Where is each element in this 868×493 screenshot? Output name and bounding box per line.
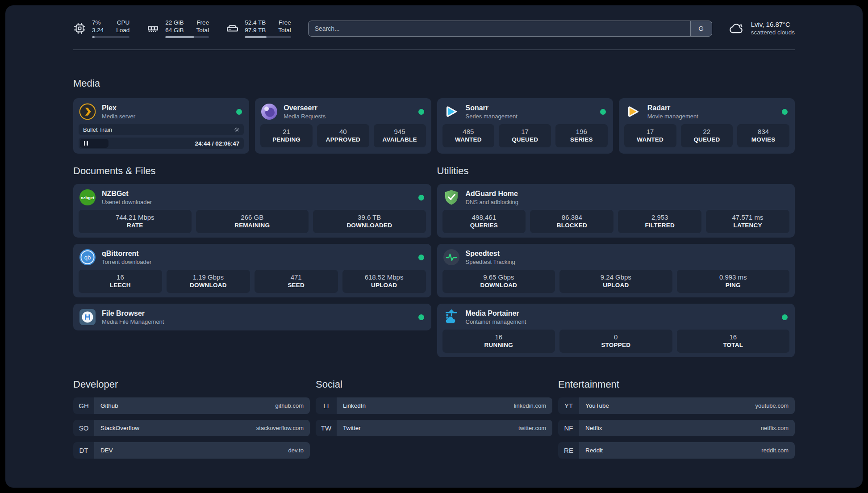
service-card-adguard[interactable]: AdGuard Home DNS and adblocking 498,461 …: [437, 184, 795, 238]
status-dot: [418, 195, 424, 201]
status-dot: [236, 109, 242, 115]
stat-running: 16 RUNNING: [442, 330, 555, 353]
stat-series: 196 SERIES: [555, 124, 608, 147]
memory-free-value: 22 GiB: [165, 19, 184, 26]
bookmark-abbr: GH: [73, 397, 94, 414]
stat-rate: 744.21 Mbps RATE: [79, 210, 192, 233]
memory-progress-fill: [165, 36, 194, 38]
stat-total: 16 TOTAL: [677, 330, 790, 353]
bookmark-name: Twitter: [343, 425, 361, 431]
stat-queries: 498,461 QUERIES: [442, 210, 526, 233]
service-subtitle: Media server: [102, 113, 135, 120]
svg-text:qb: qb: [84, 254, 91, 261]
cpu-usage-label: CPU: [116, 19, 129, 26]
cpu-icon: [73, 22, 86, 35]
weather-text: Lviv, 16.87°C scattered clouds: [751, 20, 795, 37]
service-subtitle: Media File Management: [102, 318, 164, 326]
bookmark-name: Netflix: [585, 425, 602, 431]
pause-button[interactable]: [80, 139, 108, 148]
memory-widget: 22 GiB 64 GiB Free Total: [146, 19, 209, 38]
status-dot: [418, 255, 424, 260]
bookmark-url: twitter.com: [518, 425, 546, 431]
service-title: Sonarr: [466, 104, 517, 113]
service-subtitle: Usenet downloader: [102, 198, 152, 206]
sonarr-icon: [442, 103, 460, 121]
bookmark-github[interactable]: GH Github github.com: [73, 397, 310, 414]
service-subtitle: Speedtest Tracking: [466, 258, 515, 266]
stat-ping: 0.993 ms PING: [677, 270, 790, 293]
service-title: Overseerr: [284, 104, 326, 113]
bookmark-name: DEV: [100, 447, 113, 454]
service-card-sonarr[interactable]: Sonarr Series management 485 WANTED 17 Q…: [437, 98, 613, 154]
service-title: File Browser: [102, 309, 164, 318]
cpu-progress-track: [92, 36, 129, 38]
service-card-radarr[interactable]: Radarr Movie management 17 WANTED 22 QUE…: [619, 98, 795, 154]
bookmark-group-social: Social LI LinkedIn linkedin.com TW Twitt…: [316, 379, 552, 436]
bookmark-url: stackoverflow.com: [256, 425, 304, 431]
service-subtitle: Media Requests: [284, 113, 326, 120]
bookmark-url: dev.to: [288, 447, 304, 454]
search-input[interactable]: [309, 25, 690, 32]
status-dot: [418, 314, 424, 320]
bookmark-reddit[interactable]: RE Reddit reddit.com: [558, 442, 795, 459]
bookmark-name: Reddit: [585, 447, 603, 454]
service-card-overseerr[interactable]: Overseerr Media Requests 21 PENDING 40 A…: [255, 98, 431, 154]
search-provider-button[interactable]: G: [690, 21, 712, 36]
service-subtitle: Container management: [466, 318, 526, 326]
service-card-speedtest[interactable]: Speedtest Speedtest Tracking 9.65 Gbps D…: [437, 244, 795, 297]
plex-now-playing: Bullet Train 24:44 / 02:06:47: [79, 124, 244, 149]
service-card-qbittorrent[interactable]: qb qBittorrent Torrent downloader 16 LEE…: [73, 244, 431, 297]
stat-download: 9.65 Gbps DOWNLOAD: [442, 270, 555, 293]
status-dot: [782, 314, 788, 320]
stat-download: 1.19 Gbps DOWNLOAD: [167, 270, 250, 293]
disk-progress-track: [245, 36, 291, 38]
bookmark-netflix[interactable]: NF Netflix netflix.com: [558, 420, 795, 436]
playback-time: 24:44 / 02:06:47: [195, 140, 239, 147]
overseerr-icon: [260, 103, 278, 121]
bookmark-abbr: DT: [73, 442, 94, 459]
media-cards: Plex Media server Bullet Train: [73, 98, 795, 154]
section-utilities: Utilities AdGuard Home DNS and adblockin…: [437, 165, 795, 357]
bookmark-group-developer: Developer GH Github github.com SO StackO…: [73, 379, 310, 459]
stat-seed: 471 SEED: [255, 270, 338, 293]
bookmark-youtube[interactable]: YT YouTube youtube.com: [558, 397, 795, 414]
gear-icon[interactable]: [234, 126, 240, 133]
cpu-progress-fill: [92, 36, 95, 38]
bookmark-abbr: SO: [73, 420, 94, 436]
bookmark-abbr: NF: [558, 420, 579, 436]
bookmarks: Developer GH Github github.com SO StackO…: [73, 379, 795, 459]
bookmark-abbr: RE: [558, 442, 579, 459]
service-subtitle: Movie management: [647, 113, 698, 120]
stat-remaining: 266 GB REMAINING: [196, 210, 309, 233]
cloud-icon: [728, 21, 745, 36]
bookmark-dev[interactable]: DT DEV dev.to: [73, 442, 310, 459]
stat-upload: 618.52 Mbps UPLOAD: [342, 270, 426, 293]
service-subtitle: Torrent downloader: [102, 258, 151, 266]
stat-filtered: 2,953 FILTERED: [618, 210, 701, 233]
media-heading: Media: [73, 78, 795, 89]
stat-wanted: 17 WANTED: [624, 124, 676, 147]
weather-location: Lviv, 16.87°C: [751, 20, 795, 29]
bookmark-name: Github: [100, 402, 118, 409]
section-media: Media Plex Media server Bullet Train: [73, 78, 795, 154]
disk-readout: 52.4 TB 97.9 TB Free Total: [245, 19, 291, 38]
service-card-nzbget[interactable]: nzbget NZBGet Usenet downloader 744.21 M…: [73, 184, 431, 238]
service-card-filebrowser[interactable]: File Browser Media File Management: [73, 304, 431, 330]
top-bar: 7% 3.24 CPU Load: [73, 19, 795, 38]
cpu-usage-value: 7%: [92, 19, 104, 26]
service-title: Radarr: [647, 104, 698, 113]
bookmark-linkedin[interactable]: LI LinkedIn linkedin.com: [316, 397, 552, 414]
memory-progress-track: [165, 36, 209, 38]
nzbget-icon: nzbget: [79, 188, 96, 206]
disk-progress-fill: [245, 36, 267, 38]
disk-icon: [226, 22, 239, 35]
bookmark-twitter[interactable]: TW Twitter twitter.com: [316, 420, 552, 436]
service-card-plex[interactable]: Plex Media server Bullet Train: [73, 98, 249, 154]
stat-pending: 21 PENDING: [260, 124, 313, 147]
cpu-load-value: 3.24: [92, 26, 104, 34]
search-bar: G: [308, 21, 712, 37]
weather-widget: Lviv, 16.87°C scattered clouds: [728, 20, 795, 37]
bookmark-stackoverflow[interactable]: SO StackOverflow stackoverflow.com: [73, 420, 310, 436]
bookmark-name: StackOverflow: [100, 425, 139, 431]
service-card-portainer[interactable]: Media Portainer Container management 16 …: [437, 304, 795, 357]
